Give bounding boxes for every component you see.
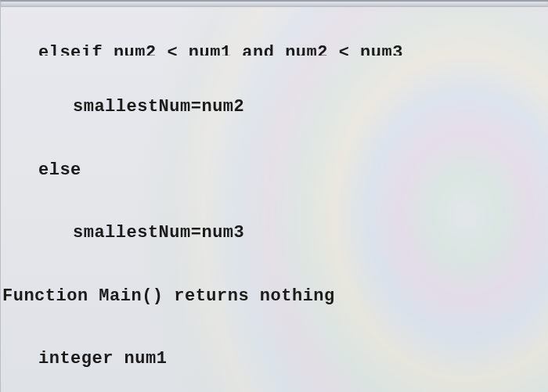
code-block: elseif num2 < num1 and num2 < num3 small… — [1, 7, 548, 392]
code-line: elseif num2 < num1 and num2 < num3 — [2, 45, 543, 56]
code-line: Function Main() returns nothing — [2, 286, 543, 307]
code-line: smallestNum=num2 — [2, 97, 543, 118]
code-line: integer num1 — [2, 349, 543, 370]
code-line: else — [2, 160, 543, 182]
code-line: smallestNum=num3 — [2, 223, 543, 244]
top-edge — [1, 2, 548, 7]
